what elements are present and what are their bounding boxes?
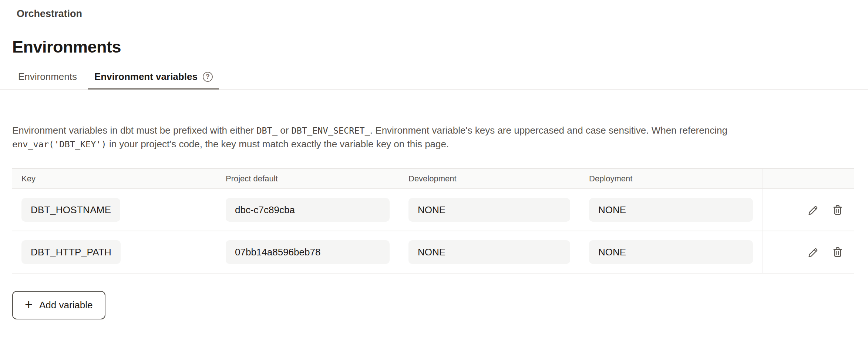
deployment-chip: NONE — [589, 198, 753, 222]
tab-environment-variables-label: Environment variables — [94, 70, 198, 83]
code-dbt-env-secret-prefix: DBT_ENV_SECRET_ — [292, 125, 370, 136]
cell-actions — [763, 189, 854, 231]
column-header-project-default: Project default — [216, 174, 399, 184]
cell-key: DBT_HOSTNAME — [12, 189, 216, 231]
cell-development: NONE — [399, 231, 580, 273]
cell-project-default: 07bb14a8596beb78 — [216, 231, 399, 273]
column-header-development: Development — [399, 174, 580, 184]
add-variable-label: Add variable — [39, 299, 93, 311]
description-part4: in your project's code, the key must mat… — [107, 138, 449, 150]
description-part2: or — [277, 125, 292, 136]
table-row: DBT_HTTP_PATH 07bb14a8596beb78 NONE NONE — [12, 231, 854, 274]
key-chip: DBT_HOSTNAME — [21, 198, 120, 222]
delete-button[interactable] — [831, 204, 844, 216]
pencil-icon — [807, 246, 820, 258]
project-default-chip: 07bb14a8596beb78 — [226, 240, 390, 264]
table-row: DBT_HOSTNAME dbc-c7c89cba NONE NONE — [12, 189, 854, 231]
column-header-key: Key — [12, 174, 216, 184]
code-dbt-prefix: DBT_ — [256, 125, 277, 136]
column-header-actions — [763, 169, 854, 188]
page-title: Environments — [12, 37, 868, 57]
deployment-chip: NONE — [589, 240, 753, 264]
description-part3: . Environment variable's keys are upperc… — [370, 125, 727, 136]
env-var-table: Key Project default Development Deployme… — [12, 168, 854, 274]
trash-icon — [831, 204, 844, 216]
cell-project-default: dbc-c7c89cba — [216, 189, 399, 231]
cell-deployment: NONE — [580, 189, 763, 231]
tab-environments-label: Environments — [18, 70, 77, 83]
key-chip: DBT_HTTP_PATH — [21, 240, 121, 264]
project-default-chip: dbc-c7c89cba — [226, 198, 390, 222]
description-text: Environment variables in dbt must be pre… — [12, 124, 774, 151]
development-chip: NONE — [408, 240, 570, 264]
edit-button[interactable] — [807, 246, 820, 258]
table-header-row: Key Project default Development Deployme… — [12, 168, 854, 189]
description-part1: Environment variables in dbt must be pre… — [12, 125, 256, 136]
column-header-deployment: Deployment — [580, 174, 763, 184]
tab-environments[interactable]: Environments — [12, 70, 83, 90]
edit-button[interactable] — [807, 204, 820, 216]
cell-key: DBT_HTTP_PATH — [12, 231, 216, 273]
pencil-icon — [807, 204, 820, 216]
cell-development: NONE — [399, 189, 580, 231]
tab-environment-variables[interactable]: Environment variables ? — [88, 70, 219, 90]
development-chip: NONE — [408, 198, 570, 222]
add-variable-button[interactable]: + Add variable — [12, 291, 105, 319]
breadcrumb[interactable]: Orchestration — [17, 8, 82, 20]
cell-deployment: NONE — [580, 231, 763, 273]
trash-icon — [831, 246, 844, 258]
tab-bar: Environments Environment variables ? — [0, 70, 868, 90]
cell-actions — [763, 231, 854, 273]
help-icon[interactable]: ? — [203, 72, 213, 82]
plus-icon: + — [25, 298, 33, 311]
delete-button[interactable] — [831, 246, 844, 258]
code-env-var-example: env_var('DBT_KEY') — [12, 139, 107, 150]
